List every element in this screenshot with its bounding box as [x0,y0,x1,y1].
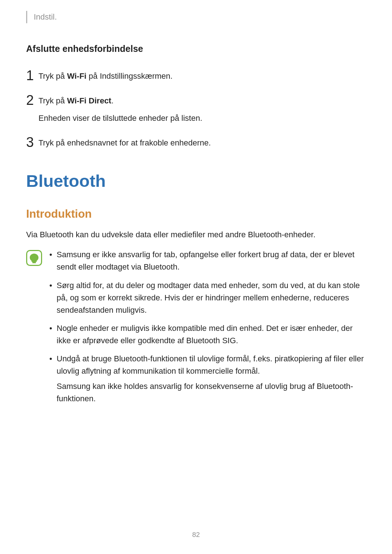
step-bold: Wi-Fi [67,71,87,81]
step-post: . [111,96,114,105]
header-divider [26,11,27,23]
step-item: 2 Tryk på Wi-Fi Direct. Enheden viser de… [26,92,366,124]
document-page: Indstil. Afslutte enhedsforbindelse 1 Tr… [0,0,392,554]
page-number: 82 [0,531,392,539]
header-breadcrumb: Indstil. [34,12,57,22]
note-list: • Samsung er ikke ansvarlig for tab, opf… [49,249,366,411]
note-item: • Undgå at bruge Bluetooth-funktionen ti… [49,353,366,405]
note-text: Nogle enheder er muligvis ikke kompatibl… [57,322,366,347]
step-post: på Indstillingsskærmen. [86,71,172,81]
step-number: 2 [26,93,38,107]
chapter-heading: Bluetooth [26,171,366,191]
intro-paragraph: Via Bluetooth kan du udveksle data eller… [26,229,366,241]
page-header: Indstil. [26,11,366,23]
note-text-extra: Samsung kan ikke holdes ansvarlig for ko… [57,380,366,405]
step-text: Tryk på Wi-Fi Direct. [38,96,114,105]
bullet-icon: • [49,249,57,261]
step-number: 3 [26,135,38,149]
step-post: Tryk på enhedsnavnet for at frakoble enh… [38,138,211,147]
note-text: Samsung er ikke ansvarlig for tab, opfan… [57,249,366,273]
steps-list: 1 Tryk på Wi-Fi på Indstillingsskærmen. … [26,67,366,149]
note-block: • Samsung er ikke ansvarlig for tab, opf… [26,249,366,411]
bullet-icon: • [49,353,57,365]
svg-rect-1 [32,262,36,263]
section-subheading: Afslutte enhedsforbindelse [26,44,366,54]
note-icon [26,250,42,266]
note-text: Sørg altid for, at du deler og modtager … [57,279,366,316]
bullet-icon: • [49,279,57,292]
note-item: • Samsung er ikke ansvarlig for tab, opf… [49,249,366,273]
step-text: Tryk på Wi-Fi på Indstillingsskærmen. [38,71,172,81]
note-item: • Nogle enheder er muligvis ikke kompati… [49,322,366,347]
note-text: Undgå at bruge Bluetooth-funktionen til … [57,353,366,377]
step-pre: Tryk på [38,71,67,81]
step-number: 1 [26,69,38,82]
step-item: 1 Tryk på Wi-Fi på Indstillingsskærmen. [26,67,366,82]
step-text: Tryk på enhedsnavnet for at frakoble enh… [38,138,211,147]
step-pre: Tryk på [38,96,67,105]
section-heading: Introduktion [26,208,366,221]
note-item: • Sørg altid for, at du deler og modtage… [49,279,366,316]
step-subtext: Enheden viser de tilsluttede enheder på … [38,112,202,124]
bullet-icon: • [49,322,57,335]
step-item: 3 Tryk på enhedsnavnet for at frakoble e… [26,134,366,149]
step-bold: Wi-Fi Direct [67,96,111,105]
